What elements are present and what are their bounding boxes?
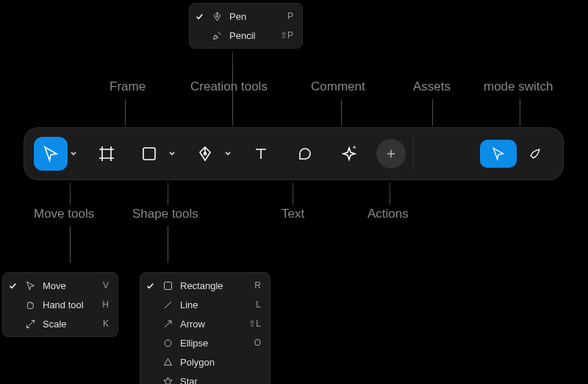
star-icon <box>161 376 174 385</box>
cursor-icon <box>24 280 37 291</box>
comment-tool[interactable] <box>288 137 322 171</box>
pen-icon <box>210 11 223 22</box>
shape-flyout-item-polygon[interactable]: Polygon <box>140 352 270 371</box>
flyout-item-shortcut: O <box>242 338 261 348</box>
move-flyout-item-move[interactable]: MoveV <box>3 276 118 295</box>
shape-flyout: RectangleRLineLArrow⇧LEllipseOPolygonSta… <box>140 272 270 384</box>
leader-move-tools-top <box>70 182 71 205</box>
arrow-icon <box>161 319 174 330</box>
label-text: Text <box>282 207 304 221</box>
flyout-item-label: Line <box>180 299 236 310</box>
shape-tool[interactable] <box>132 137 166 171</box>
move-flyout-item-hand-tool[interactable]: Hand toolH <box>3 295 118 314</box>
check-icon <box>7 281 18 290</box>
leader-frame <box>125 99 126 126</box>
toolbar-divider <box>413 138 414 170</box>
main-toolbar <box>24 127 564 180</box>
leader-actions <box>390 182 390 205</box>
flyout-item-shortcut: K <box>90 319 109 329</box>
move-flyout: MoveVHand toolHScaleK <box>2 272 118 337</box>
pen-tool-chevron[interactable] <box>222 137 234 171</box>
flyout-item-label: Scale <box>43 319 84 330</box>
leader-comment <box>341 99 342 126</box>
add-assets[interactable] <box>376 139 406 168</box>
flyout-item-label: Pen <box>229 11 268 22</box>
move-tool[interactable] <box>34 137 68 171</box>
rect-icon <box>161 280 174 291</box>
shape-flyout-item-arrow[interactable]: Arrow⇧L <box>140 314 270 333</box>
label-frame: Frame <box>110 79 146 94</box>
flyout-item-label: Ellipse <box>180 338 236 349</box>
actions-tool[interactable] <box>332 137 366 171</box>
flyout-item-shortcut: ⇧P <box>274 30 293 40</box>
flyout-item-label: Star <box>180 376 236 385</box>
pen-tool[interactable] <box>188 137 222 171</box>
move-flyout-item-scale[interactable]: ScaleK <box>3 314 118 333</box>
mode-draw[interactable] <box>517 140 553 168</box>
leader-move-tools-bot <box>70 226 71 263</box>
leader-mode-switch <box>520 99 520 126</box>
label-move-tools: Move tools <box>34 207 94 221</box>
label-mode-switch: mode switch <box>484 79 553 94</box>
frame-tool[interactable] <box>90 137 123 171</box>
flyout-item-label: Move <box>43 280 84 291</box>
hand-icon <box>24 299 37 310</box>
flyout-item-label: Pencil <box>229 30 268 41</box>
mode-switch <box>480 137 553 171</box>
flyout-item-shortcut: R <box>242 280 261 291</box>
flyout-item-shortcut: ⇧L <box>242 319 261 329</box>
label-shape-tools: Shape tools <box>132 207 198 221</box>
shape-flyout-item-star[interactable]: Star <box>140 371 270 384</box>
flyout-item-shortcut: V <box>90 280 109 291</box>
leader-shape-tools-bot <box>168 226 168 263</box>
pen-flyout-item-pencil[interactable]: Pencil⇧P <box>190 26 302 45</box>
label-actions: Actions <box>368 207 409 221</box>
label-comment: Comment <box>311 79 365 94</box>
flyout-item-label: Rectangle <box>180 280 236 291</box>
flyout-item-label: Hand tool <box>43 299 84 310</box>
shape-flyout-item-line[interactable]: LineL <box>140 295 270 314</box>
flyout-item-label: Polygon <box>180 357 236 368</box>
flyout-item-shortcut: H <box>90 299 109 310</box>
pencil-icon <box>210 30 223 41</box>
line-icon <box>161 299 174 310</box>
leader-creation-tools <box>232 51 233 126</box>
leader-text <box>293 182 293 205</box>
leader-shape-tools-top <box>168 182 168 205</box>
check-icon <box>145 281 155 290</box>
flyout-item-label: Arrow <box>180 319 236 330</box>
move-tool-chevron[interactable] <box>68 137 79 171</box>
check-icon <box>194 12 204 21</box>
label-creation-tools: Creation tools <box>190 79 268 94</box>
ellipse-icon <box>161 338 174 349</box>
scale-icon <box>24 319 37 330</box>
flyout-item-shortcut: L <box>242 299 261 310</box>
flyout-item-shortcut: P <box>274 11 293 21</box>
pen-flyout-item-pen[interactable]: PenP <box>190 7 302 26</box>
pen-flyout: PenPPencil⇧P <box>189 3 303 49</box>
shape-tool-chevron[interactable] <box>166 137 178 171</box>
shape-flyout-item-ellipse[interactable]: EllipseO <box>140 333 270 352</box>
mode-design[interactable] <box>480 140 517 168</box>
shape-flyout-item-rectangle[interactable]: RectangleR <box>140 276 270 295</box>
text-tool[interactable] <box>244 137 278 171</box>
leader-assets <box>432 99 433 126</box>
polygon-icon <box>161 357 174 368</box>
label-assets: Assets <box>413 79 451 94</box>
